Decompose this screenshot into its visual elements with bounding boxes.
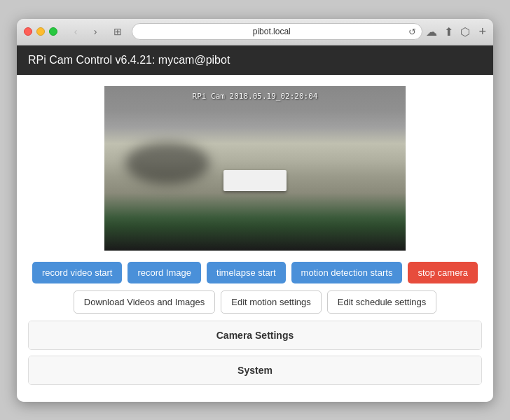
edit-motion-settings-button[interactable]: Edit motion settings xyxy=(221,290,321,314)
camera-settings-toggle[interactable]: Camera Settings xyxy=(29,321,481,349)
edit-schedule-settings-button[interactable]: Edit schedule settings xyxy=(327,290,436,314)
cloud-icon[interactable]: ☁ xyxy=(426,25,437,38)
back-button[interactable]: ‹ xyxy=(67,23,84,40)
secondary-button-row: Download Videos and Images Edit motion s… xyxy=(28,290,482,314)
add-tab-button[interactable]: + xyxy=(478,24,486,39)
close-button[interactable] xyxy=(24,27,32,36)
browser-window: ‹ › ⊞ ↺ ☁ ⬆ ⬡ + RPi Cam Control v6.4.21:… xyxy=(17,19,493,402)
camera-scene xyxy=(104,86,406,251)
camera-preview: RPi Cam 2018.05.19_02:20:04 xyxy=(104,86,406,251)
timelapse-start-button[interactable]: timelapse start xyxy=(207,262,286,284)
reload-icon: ↺ xyxy=(408,27,416,37)
page-title: RPi Cam Control v6.4.21: mycam@pibot xyxy=(28,54,230,66)
motion-detection-start-button[interactable]: motion detection starts xyxy=(291,262,403,284)
page-header: RPi Cam Control v6.4.21: mycam@pibot xyxy=(17,46,493,75)
back-icon: ‹ xyxy=(74,26,78,37)
bookmark-icon[interactable]: ⬡ xyxy=(460,25,470,38)
primary-button-row: record video start record Image timelaps… xyxy=(28,262,482,284)
record-image-button[interactable]: record Image xyxy=(127,262,201,284)
share-icon[interactable]: ⬆ xyxy=(444,25,453,38)
address-bar[interactable] xyxy=(132,23,422,40)
camera-settings-section: Camera Settings xyxy=(28,321,482,350)
system-toggle[interactable]: System xyxy=(29,356,481,384)
minimize-button[interactable] xyxy=(36,27,45,36)
camera-timestamp: RPi Cam 2018.05.19_02:20:04 xyxy=(193,92,318,101)
toolbar-icons: ☁ ⬆ ⬡ xyxy=(426,25,470,38)
traffic-lights xyxy=(24,27,57,36)
new-tab-icon: ⊞ xyxy=(113,26,122,37)
stop-camera-button[interactable]: stop camera xyxy=(408,262,478,284)
reload-button[interactable]: ↺ xyxy=(408,27,416,37)
page-content: RPi Cam 2018.05.19_02:20:04 record video… xyxy=(17,75,493,402)
new-tab-button[interactable]: ⊞ xyxy=(109,23,126,40)
nav-buttons: ‹ › xyxy=(67,23,104,40)
forward-button[interactable]: › xyxy=(87,23,104,40)
forward-icon: › xyxy=(94,26,97,37)
add-tab-icon: + xyxy=(478,24,486,38)
address-bar-container: ↺ xyxy=(132,23,416,40)
maximize-button[interactable] xyxy=(49,27,57,36)
system-section: System xyxy=(28,356,482,385)
record-video-start-button[interactable]: record video start xyxy=(32,262,122,284)
titlebar: ‹ › ⊞ ↺ ☁ ⬆ ⬡ + xyxy=(17,19,493,46)
download-videos-images-button[interactable]: Download Videos and Images xyxy=(74,290,216,314)
